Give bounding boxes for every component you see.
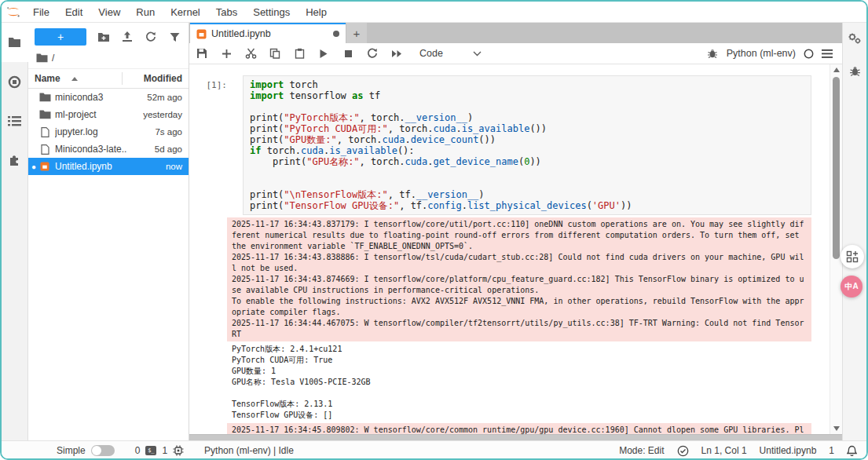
file-modified: yesterday bbox=[127, 110, 182, 119]
terminals-kernels-status[interactable]: 0 $_ 1 bbox=[135, 445, 184, 456]
file-row-ml-project[interactable]: ●ml-projectyesterday bbox=[28, 106, 189, 123]
menu-item-edit[interactable]: Edit bbox=[57, 6, 90, 18]
notebook-file-icon bbox=[196, 29, 207, 39]
mode-indicator: Mode: Edit bbox=[619, 445, 664, 456]
file-row-miniconda3-late-[interactable]: ●Miniconda3-late...5d ago bbox=[28, 141, 189, 158]
code-line bbox=[250, 167, 804, 178]
sidebar-tab-table-of-contents[interactable] bbox=[2, 101, 27, 141]
toc-list-icon bbox=[8, 115, 21, 126]
menu-item-file[interactable]: File bbox=[25, 6, 57, 18]
menu-item-help[interactable]: Help bbox=[298, 6, 335, 18]
file-row-jupyter-log[interactable]: ●jupyter.log7s ago bbox=[28, 123, 189, 141]
status-bar: Simple 0 $_ 1 Python (ml-env) | Idle Mod… bbox=[2, 440, 866, 460]
code-line: import tensorflow as tf bbox=[250, 90, 804, 101]
main-area: + / Name bbox=[2, 23, 866, 440]
file-list-header: Name Modified bbox=[28, 68, 189, 89]
breadcrumb[interactable]: / bbox=[28, 49, 189, 68]
sort-ascending-icon[interactable] bbox=[71, 77, 78, 81]
notebook-icon bbox=[38, 162, 52, 171]
kernel-status-icon[interactable] bbox=[804, 49, 814, 59]
copy-cells-button[interactable] bbox=[269, 47, 281, 60]
menu-bar: FileEditViewRunKernelTabsSettingsHelp bbox=[2, 2, 866, 23]
kernel-status-text[interactable]: Python (ml-env) | Idle bbox=[204, 445, 294, 456]
debugger-bug-icon[interactable] bbox=[706, 47, 719, 60]
terminal-count: 0 bbox=[135, 445, 141, 456]
toolbar-menu-icon[interactable] bbox=[822, 49, 833, 58]
property-inspector-gears-icon[interactable] bbox=[848, 32, 862, 45]
translate-button[interactable]: 中A bbox=[841, 276, 863, 298]
file-row-miniconda3[interactable]: ●miniconda352m ago bbox=[28, 89, 189, 106]
new-folder-button[interactable] bbox=[97, 31, 110, 43]
folder-icon bbox=[38, 110, 52, 119]
add-cell-button[interactable] bbox=[220, 47, 233, 60]
scroll-up-arrow-icon[interactable] bbox=[830, 64, 842, 75]
code-line: if torch.cuda.is_available(): bbox=[250, 145, 804, 156]
save-button[interactable] bbox=[196, 47, 208, 60]
notebook-toolbar: Code Python (ml-env) bbox=[189, 43, 842, 64]
file-modified: now bbox=[127, 162, 182, 171]
file-name: Miniconda3-late... bbox=[55, 144, 127, 155]
menu-item-kernel[interactable]: Kernel bbox=[163, 6, 208, 18]
folder-icon bbox=[8, 37, 21, 48]
notebook-scroll-area[interactable]: [1]: import torchimport tensorflow as tf… bbox=[189, 64, 830, 434]
horizontal-scrollbar-track[interactable] bbox=[189, 434, 842, 440]
code-line bbox=[250, 178, 804, 189]
trusted-shield-icon[interactable] bbox=[677, 445, 689, 457]
sidebar-tab-extensions[interactable] bbox=[2, 141, 27, 180]
toggle-knob bbox=[92, 446, 101, 455]
filter-files-icon[interactable] bbox=[168, 31, 181, 43]
file-modified: 7s ago bbox=[127, 127, 182, 137]
left-activity-bar bbox=[2, 23, 28, 440]
code-line: print("GPU名称:", torch.cuda.get_device_na… bbox=[250, 156, 804, 167]
interrupt-kernel-button[interactable] bbox=[342, 47, 354, 60]
cell-type-value: Code bbox=[419, 48, 443, 59]
file-browser-panel: + / Name bbox=[28, 23, 189, 440]
code-line: import torch bbox=[250, 79, 804, 90]
terminal-icon: $_ bbox=[145, 446, 156, 455]
menu-item-view[interactable]: View bbox=[90, 6, 128, 18]
code-editor[interactable]: import torchimport tensorflow as tf prin… bbox=[243, 75, 811, 215]
menu-item-tabs[interactable]: Tabs bbox=[208, 6, 245, 18]
scrollbar-thumb[interactable] bbox=[833, 77, 840, 259]
notification-count[interactable]: 1 bbox=[829, 445, 834, 456]
menu-item-run[interactable]: Run bbox=[128, 6, 163, 18]
file-list: ●miniconda352m ago●ml-projectyesterday●j… bbox=[28, 89, 189, 440]
cursor-position[interactable]: Ln 1, Col 1 bbox=[701, 445, 747, 456]
widget-grid-plus-button[interactable] bbox=[841, 245, 864, 268]
code-cell: [1]: import torchimport tensorflow as tf… bbox=[189, 75, 830, 434]
output-stdout: PyTorch版本: 2.4.1+cu121 PyTorch CUDA可用: T… bbox=[227, 342, 811, 422]
refresh-button[interactable] bbox=[145, 31, 157, 43]
new-launcher-button[interactable]: + bbox=[35, 28, 86, 46]
file-dirty-dot: ● bbox=[31, 145, 38, 154]
upload-button[interactable] bbox=[121, 31, 134, 43]
bell-icon[interactable] bbox=[847, 445, 857, 456]
output-stderr: 2025-11-17 16:34:43.837179: I tensorflow… bbox=[227, 217, 811, 341]
file-name: jupyter.log bbox=[55, 126, 127, 137]
sidebar-tab-running-kernels[interactable] bbox=[2, 62, 27, 101]
cell-type-dropdown[interactable]: Code bbox=[419, 48, 482, 59]
scroll-down-arrow-icon[interactable] bbox=[830, 423, 842, 434]
file-name: miniconda3 bbox=[55, 92, 127, 103]
restart-run-all-button[interactable] bbox=[390, 47, 403, 60]
file-dirty-dot: ● bbox=[31, 111, 38, 119]
paste-cells-button[interactable] bbox=[293, 47, 306, 60]
restart-kernel-button[interactable] bbox=[366, 47, 379, 60]
simple-mode-toggle[interactable]: Simple bbox=[57, 445, 115, 456]
debugger-sidebar-bug-icon[interactable] bbox=[849, 65, 861, 77]
column-modified-label[interactable]: Modified bbox=[122, 72, 182, 85]
new-tab-button[interactable]: + bbox=[346, 23, 367, 43]
kernel-name[interactable]: Python (ml-env) bbox=[727, 48, 796, 59]
tab-label: Untitled.ipynb bbox=[211, 28, 271, 39]
notebook-content: [1]: import torchimport tensorflow as tf… bbox=[189, 64, 842, 434]
vertical-scrollbar[interactable] bbox=[830, 64, 842, 434]
toggle-switch[interactable] bbox=[91, 445, 115, 456]
sidebar-tab-file-browser[interactable] bbox=[2, 23, 28, 62]
run-cell-button[interactable] bbox=[317, 47, 330, 60]
menu-item-settings[interactable]: Settings bbox=[245, 6, 298, 18]
simple-label: Simple bbox=[57, 445, 86, 456]
column-name-label[interactable]: Name bbox=[35, 73, 60, 84]
file-row-untitled-ipynb[interactable]: ●Untitled.ipynbnow bbox=[28, 158, 189, 175]
cut-cells-button[interactable] bbox=[244, 47, 257, 60]
tab-untitled-ipynb[interactable]: Untitled.ipynb bbox=[190, 23, 346, 43]
breadcrumb-root[interactable]: / bbox=[52, 53, 54, 64]
